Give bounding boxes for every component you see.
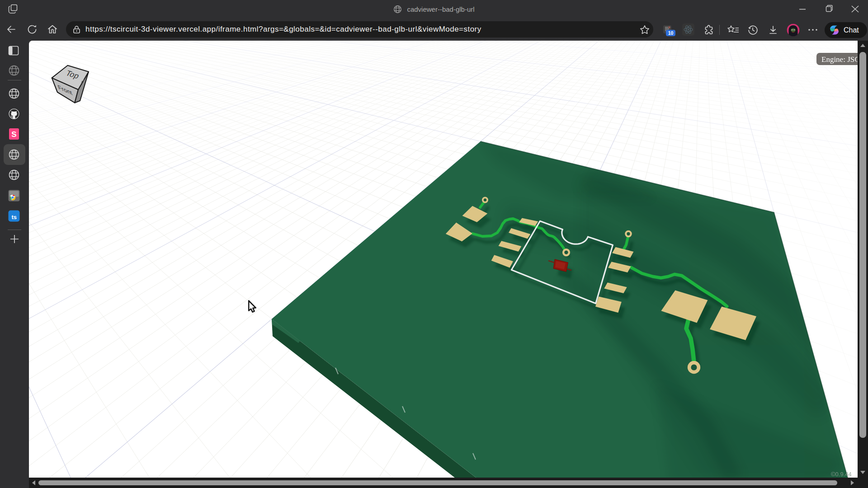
svg-text:Engine: JSCAD: Engine: JSCAD [821,55,858,64]
svg-text:S: S [11,130,16,139]
svg-text:ts: ts [11,214,17,221]
svg-text:©0.9.44: ©0.9.44 [831,471,852,478]
